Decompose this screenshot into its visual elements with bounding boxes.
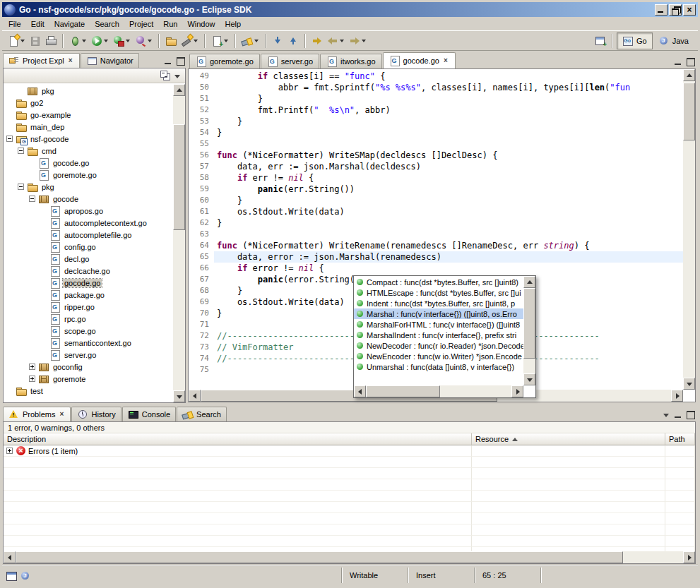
code-line-65[interactable]: 65 data, error := json.Marshal(renamedes… (189, 251, 683, 263)
code-line-63[interactable]: 63 (189, 229, 683, 240)
scroll-right-icon[interactable] (671, 390, 683, 402)
window-close-button[interactable] (683, 4, 696, 16)
code-line-60[interactable]: 60 } (189, 195, 683, 206)
collapse-icon[interactable] (18, 184, 24, 190)
scroll-right-icon[interactable] (683, 551, 695, 563)
title-bar[interactable]: Go - nsf-gocode/src/pkg/gocode/gocode.go… (2, 2, 698, 17)
scroll-thumb[interactable] (683, 83, 695, 140)
close-tab-icon[interactable] (67, 57, 74, 64)
tree-item-package-go[interactable]: package.go (4, 289, 173, 301)
tree-item-autocompletecontext-go[interactable]: autocompletecontext.go (4, 217, 173, 229)
maximize-editor-button[interactable] (685, 56, 696, 66)
last-edit-location-button[interactable] (309, 32, 325, 49)
tree-item-apropos-go[interactable]: apropos.go (4, 205, 173, 217)
code-line-54[interactable]: 54} (189, 127, 683, 138)
minimize-view-button[interactable] (673, 409, 684, 419)
popup-vertical-scrollbar[interactable] (523, 276, 535, 385)
fast-view-icon[interactable] (6, 570, 17, 582)
new-wizard-button[interactable] (6, 32, 28, 49)
scroll-thumb[interactable] (173, 124, 185, 230)
view-menu-icon[interactable] (172, 71, 183, 80)
menu-window[interactable]: Window (182, 18, 220, 30)
code-line-52[interactable]: 52 fmt.Printf(" %s\n", abbr) (189, 104, 683, 116)
editor-tab-server-go[interactable]: server.go (261, 54, 319, 68)
scroll-up-icon[interactable] (173, 84, 185, 96)
problems-row-errors-1-item[interactable]: Errors (1 item) (4, 445, 695, 457)
expand-icon[interactable] (29, 376, 35, 382)
perspective-go[interactable]: Go (617, 32, 653, 49)
back-button[interactable] (325, 32, 347, 49)
code-line-51[interactable]: 51 } (189, 93, 683, 104)
next-annotation-button[interactable] (270, 32, 285, 49)
view-tab-problems[interactable]: Problems (3, 407, 71, 421)
scroll-down-icon[interactable] (173, 390, 185, 402)
scroll-up-icon[interactable] (683, 69, 695, 81)
menu-project[interactable]: Project (124, 18, 158, 30)
tree-item-gocode-go[interactable]: gocode.go (4, 157, 173, 169)
close-tab-icon[interactable] (58, 411, 65, 418)
editor-tab-gocode-go[interactable]: gocode.go (383, 52, 456, 68)
dropdown-arrow-icon[interactable] (124, 35, 131, 47)
collapse-all-icon[interactable] (160, 70, 171, 81)
column-header-path[interactable]: Path (665, 433, 695, 445)
editor-tab-goremote-go[interactable]: goremote.go (189, 54, 260, 68)
dropdown-arrow-icon[interactable] (146, 35, 153, 47)
editor-tab-itworks-go[interactable]: itworks.go (320, 54, 382, 68)
tree-item-semanticcontext-go[interactable]: semanticcontext.go (4, 337, 173, 349)
tree-item-go2[interactable]: go2 (4, 97, 173, 109)
code-line-64[interactable]: 64func (*NiceFormatter) WriteRename(rena… (189, 240, 683, 251)
tree-item-gocode[interactable]: gocode (4, 193, 173, 205)
menu-file[interactable]: File (4, 18, 26, 30)
open-perspective-button[interactable] (593, 32, 608, 49)
dropdown-arrow-icon[interactable] (81, 35, 87, 47)
scroll-left-icon[interactable] (354, 385, 366, 397)
collapse-icon[interactable] (29, 196, 35, 202)
expand-icon[interactable] (6, 448, 13, 454)
maximize-view-button[interactable] (175, 56, 186, 66)
run-button[interactable] (89, 32, 111, 49)
tree-item-goremote[interactable]: goremote (4, 373, 173, 385)
scroll-up-icon[interactable] (523, 276, 535, 288)
autocomplete-item-indent[interactable]: Indent : func(dst *bytes.Buffer, src []u… (354, 298, 523, 308)
tree-item-test[interactable]: test (4, 385, 173, 397)
tree-item-nsf-gocode[interactable]: nsf-gocode (4, 133, 173, 145)
dropdown-arrow-icon[interactable] (338, 35, 345, 47)
scroll-thumb[interactable] (16, 551, 623, 563)
dropdown-arrow-icon[interactable] (19, 35, 25, 47)
perspective-shortcut-icon[interactable] (20, 570, 31, 582)
tree-item-ripper-go[interactable]: ripper.go (4, 301, 173, 313)
autocomplete-item-htmlescape[interactable]: HTMLEscape : func(dst *bytes.Buffer, src… (354, 287, 523, 298)
autocomplete-item-unmarshal[interactable]: Unmarshal : func(data []uint8, v interfa… (354, 361, 523, 372)
scroll-right-icon[interactable] (511, 385, 523, 397)
maximize-view-button[interactable] (685, 409, 696, 419)
code-line-49[interactable]: 49 if classes[i] == "func" { (189, 71, 683, 82)
editor-vertical-scrollbar[interactable] (683, 69, 695, 390)
scroll-thumb[interactable] (523, 288, 535, 359)
column-header-description[interactable]: Description (4, 433, 472, 445)
menu-edit[interactable]: Edit (26, 18, 49, 30)
expand-icon[interactable] (29, 364, 35, 370)
menu-navigate[interactable]: Navigate (49, 18, 90, 30)
explorer-vertical-scrollbar[interactable] (173, 84, 185, 402)
view-menu-icon[interactable] (661, 409, 672, 419)
search-button[interactable] (239, 32, 261, 49)
scroll-thumb[interactable] (366, 385, 440, 397)
column-header-resource[interactable]: Resource (472, 433, 665, 445)
dropdown-arrow-icon[interactable] (102, 35, 109, 47)
code-line-53[interactable]: 53 } (189, 116, 683, 127)
profile-button[interactable] (133, 32, 155, 49)
dropdown-arrow-icon[interactable] (360, 35, 367, 47)
tree-item-cmd[interactable]: cmd (4, 145, 173, 157)
autocomplete-item-marshalindent[interactable]: MarshalIndent : func(v interface{}, pref… (354, 330, 523, 340)
tree-item-go-example[interactable]: go-example (4, 109, 173, 121)
code-line-66[interactable]: 66 if error != nil { (189, 263, 683, 274)
tree-item-decl-go[interactable]: decl.go (4, 253, 173, 265)
autocomplete-item-newdecoder[interactable]: NewDecoder : func(r io.Reader) *json.Dec… (354, 340, 523, 351)
tree-item-rpc-go[interactable]: rpc.go (4, 313, 173, 325)
autocomplete-item-marshal[interactable]: Marshal : func(v interface{}) ([]uint8, … (354, 308, 523, 319)
tree-item-gocode-go[interactable]: gocode.go (4, 277, 173, 289)
tree-item-pkg[interactable]: pkg (4, 85, 173, 97)
problems-horizontal-scrollbar[interactable] (4, 551, 695, 563)
window-restore-button[interactable] (669, 4, 682, 16)
code-line-62[interactable]: 62} (189, 217, 683, 229)
